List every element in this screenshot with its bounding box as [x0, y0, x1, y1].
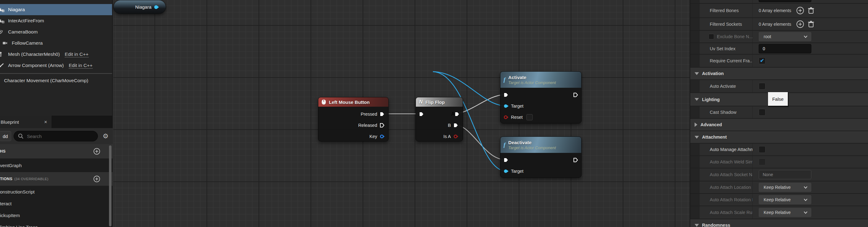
function-item-pickupitem[interactable]: ickupItem — [0, 209, 113, 221]
exec-pin-icon[interactable] — [455, 112, 460, 117]
exec-pin-icon[interactable] — [573, 92, 578, 97]
skeletal-mesh-icon — [0, 52, 5, 57]
node-flip-flop[interactable]: Ν Flip Flop A B Is A — [415, 97, 463, 141]
exec-pin-icon[interactable] — [380, 123, 384, 128]
add-array-element-icon[interactable] — [796, 6, 804, 15]
property-row-auto-attach-location-rule: Auto Attach Location Rule Keep Relative — [690, 181, 868, 194]
exec-pin-icon[interactable] — [453, 123, 458, 128]
node-activate[interactable]: f Activate Target is Actor Component Tar… — [500, 71, 582, 123]
exclude-bone-dropdown[interactable]: root — [759, 32, 811, 41]
component-row-character-movement[interactable]: Character Movement (CharMoveComp) — [0, 74, 112, 87]
location-rule-dropdown[interactable]: Keep Relative — [759, 183, 811, 192]
wires-layer — [113, 0, 690, 227]
exec-pin-icon[interactable] — [503, 158, 508, 163]
whole-mesh-lod-input[interactable]: 1 — [759, 0, 811, 2]
add-graph-icon[interactable] — [93, 148, 100, 155]
node-header: f Activate Target is Actor Component — [500, 72, 581, 88]
blueprint-editor-window: Capsule Component (CollisionCylinder) Ni… — [0, 0, 868, 227]
rotation-rule-dropdown[interactable]: Keep Relative — [759, 195, 811, 204]
component-row-arrow[interactable]: Arrow Component (Arrow) Edit in C++ — [0, 60, 112, 71]
function-item-climbing-line-trace[interactable]: limbing Line Trace — [0, 221, 113, 227]
clear-array-icon[interactable] — [807, 20, 815, 28]
graph-canvas[interactable]: Niagara Left Mouse Button Pressed Releas… — [113, 0, 690, 227]
tab-blueprint[interactable]: Blueprint ✕ — [0, 116, 52, 128]
object-pin-icon[interactable] — [503, 169, 508, 174]
property-row-whole-mesh-lod: Whole Mesh LOD 1 — [690, 0, 868, 4]
collapsed-arrow-icon[interactable] — [694, 122, 698, 127]
auto-attach-weld-checkbox[interactable]: ✔ — [759, 159, 766, 165]
bool-pin-icon[interactable] — [453, 134, 458, 139]
object-pin-icon[interactable] — [503, 104, 508, 109]
exec-pin-icon[interactable] — [573, 158, 578, 163]
components-panel: Capsule Component (CollisionCylinder) Ni… — [0, 0, 113, 116]
scrollbar-thumb[interactable] — [109, 145, 112, 226]
add-function-icon[interactable] — [93, 175, 100, 183]
property-row-require-current-frame: Require Current Fra... ✔ — [690, 55, 868, 67]
require-current-frame-checkbox[interactable]: ✔ — [759, 57, 766, 64]
auto-attach-socket-name-input[interactable]: None — [759, 170, 811, 179]
my-blueprint-toolbar: dd ⚙ — [0, 128, 113, 144]
property-row-uv-set-index: Uv Set Index 0 — [690, 43, 868, 55]
section-activation[interactable]: Activation — [690, 67, 868, 80]
pin-row-reset: Reset — [500, 112, 581, 123]
expand-arrow-icon[interactable] — [694, 224, 699, 227]
expand-arrow-icon[interactable] — [694, 72, 699, 75]
expand-arrow-icon[interactable] — [694, 136, 699, 139]
edit-in-cpp-link[interactable]: Edit in C++ — [69, 63, 93, 68]
clear-array-icon[interactable] — [807, 6, 815, 15]
component-row-cameraboom[interactable]: CameraBoom — [0, 26, 112, 37]
pin-row-pressed: Pressed — [318, 109, 388, 120]
function-icon: f — [503, 141, 505, 148]
section-randomness[interactable]: Randomness — [690, 219, 868, 227]
section-attachment[interactable]: Attachment — [690, 131, 868, 144]
node-deactivate[interactable]: f Deactivate Target is Actor Component T… — [500, 137, 582, 178]
arrow-component-icon — [0, 63, 5, 68]
chevron-down-icon — [804, 211, 808, 214]
component-row-clipped[interactable]: Capsule Component (CollisionCylinder) — [0, 0, 112, 4]
property-row-auto-manage-attachment: Auto Manage Attachment ✔ — [690, 144, 868, 156]
section-advanced[interactable]: Advanced — [690, 119, 868, 131]
my-blueprint-list: HS ventGraph TIONS (34 OVERRIDABLE) onst… — [0, 144, 113, 227]
expand-arrow-icon[interactable] — [694, 98, 699, 101]
property-row-auto-attach-weld: Auto Attach Weld Simul... ✔ — [690, 156, 868, 168]
exec-pin-icon[interactable] — [419, 112, 424, 117]
property-row-cast-shadow: Cast Shadow ✔ — [690, 106, 868, 119]
auto-activate-checkbox[interactable]: ✔ — [759, 83, 766, 90]
macro-icon: Ν — [419, 99, 423, 105]
function-item-constructionscript[interactable]: onstructionScript — [0, 186, 113, 198]
property-row-exclude-bone: Exclude Bone N... root — [690, 31, 868, 43]
add-array-element-icon[interactable] — [796, 20, 804, 28]
functions-section-header[interactable]: TIONS (34 OVERRIDABLE) — [0, 172, 113, 186]
scale-rule-dropdown[interactable]: Keep Relative — [759, 208, 811, 217]
exec-pin-icon[interactable] — [503, 92, 508, 97]
gear-icon[interactable]: ⚙ — [101, 133, 110, 140]
close-icon[interactable]: ✕ — [44, 120, 48, 124]
node-header: f Deactivate Target is Actor Component — [500, 137, 581, 153]
cast-shadow-checkbox[interactable]: ✔ — [759, 109, 766, 116]
auto-manage-attachment-checkbox[interactable]: ✔ — [759, 146, 766, 153]
exec-pin-icon[interactable] — [380, 112, 384, 117]
search-box[interactable] — [13, 131, 98, 141]
exclude-bone-checkbox[interactable] — [709, 34, 714, 39]
search-input[interactable] — [27, 134, 94, 139]
scrollbar[interactable] — [108, 145, 112, 227]
component-row-followcamera[interactable]: FollowCamera — [0, 37, 112, 49]
node-header: Left Mouse Button — [318, 97, 388, 107]
camera-icon — [2, 40, 9, 46]
uv-set-index-input[interactable]: 0 — [759, 44, 811, 53]
edit-in-cpp-link[interactable]: Edit in C++ — [65, 52, 89, 57]
graph-item-eventgraph[interactable]: ventGraph — [0, 159, 113, 172]
reset-checkbox[interactable] — [526, 114, 533, 120]
function-item-interact[interactable]: teract — [0, 198, 113, 209]
node-left-mouse-button[interactable]: Left Mouse Button Pressed Released Key — [318, 97, 389, 141]
node-header: Ν Flip Flop — [416, 97, 463, 107]
graphs-section-header[interactable]: HS — [0, 144, 113, 159]
component-row-interactfirefrom[interactable]: InterActFireFrom — [0, 15, 112, 26]
pin-row-target: Target — [500, 166, 581, 177]
pin-row-is-a: Is A — [416, 131, 463, 142]
bool-pin-icon[interactable] — [503, 115, 508, 120]
key-struct-pin-icon[interactable] — [380, 134, 384, 139]
add-button[interactable]: dd — [0, 131, 11, 141]
component-row-niagara[interactable]: Niagara — [0, 4, 112, 15]
component-row-mesh[interactable]: Mesh (CharacterMesh0) Edit in C++ — [0, 49, 112, 60]
